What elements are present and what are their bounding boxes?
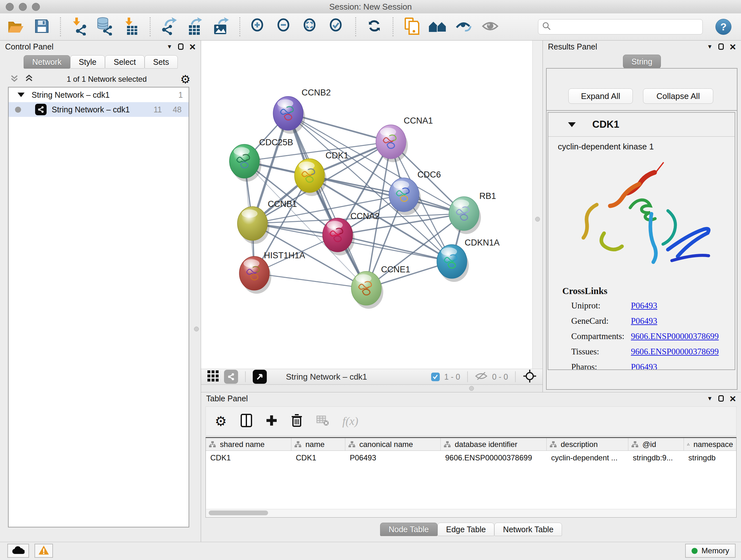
selected-checkbox-icon[interactable]: [431, 373, 440, 381]
tab-string[interactable]: String: [623, 55, 661, 69]
table-horizontal-scrollbar[interactable]: [206, 509, 736, 517]
right-splitter-handle[interactable]: [535, 217, 540, 222]
memory-button[interactable]: Memory: [685, 544, 736, 558]
open-session-button[interactable]: [6, 17, 25, 37]
column-header[interactable]: name: [291, 438, 345, 451]
network-node-CCNE1[interactable]: CCNE1: [351, 265, 410, 309]
table-cell[interactable]: cyclin-dependent ...: [547, 451, 628, 465]
table-cell[interactable]: P06493: [345, 451, 441, 465]
collection-expand-caret-icon[interactable]: [17, 92, 24, 97]
network-node-HIST1H1A[interactable]: HIST1H1A: [239, 251, 305, 294]
network-collection-row[interactable]: String Network – cdk1 1: [9, 87, 189, 102]
panel-float-icon[interactable]: [718, 395, 724, 401]
tab-sets[interactable]: Sets: [145, 55, 178, 69]
column-header[interactable]: @id: [628, 438, 684, 451]
table-cell[interactable]: stringdb: [684, 451, 736, 465]
crosslink-link[interactable]: 9606.ENSP00000378699: [631, 347, 719, 357]
expand-all-button[interactable]: Expand All: [568, 88, 633, 104]
import-table-icon: [125, 17, 138, 37]
show-details-button[interactable]: [481, 17, 499, 37]
refresh-view-button[interactable]: [365, 17, 384, 37]
panel-close-icon[interactable]: ×: [730, 395, 736, 402]
crosshair-icon[interactable]: [523, 369, 537, 384]
table-cell[interactable]: stringdb:9...: [628, 451, 684, 465]
network-edge[interactable]: [338, 235, 452, 261]
export-table-button[interactable]: [186, 17, 204, 37]
table-row[interactable]: CDK1 CDK1 P06493 9606.ENSP00000378699 cy…: [206, 451, 736, 465]
show-columns-icon[interactable]: [240, 414, 253, 429]
panel-float-icon[interactable]: [718, 44, 724, 50]
right-splitter[interactable]: [532, 41, 542, 369]
tab-select[interactable]: Select: [105, 55, 144, 69]
table-cell[interactable]: 9606.ENSP00000378699: [441, 451, 547, 465]
crosslink-link[interactable]: P06493: [631, 301, 657, 311]
gene-card-header[interactable]: CDK1: [548, 113, 735, 137]
grid-view-icon[interactable]: [207, 370, 219, 384]
crosslink-link[interactable]: P06493: [631, 362, 657, 370]
horizontal-splitter[interactable]: [201, 385, 542, 392]
horizontal-splitter-handle[interactable]: [469, 386, 474, 391]
zoom-selected-button[interactable]: [328, 17, 346, 37]
import-network-button[interactable]: [70, 17, 88, 37]
column-header[interactable]: shared name: [206, 438, 291, 451]
left-splitter-handle[interactable]: [194, 327, 199, 331]
import-network-from-database-button[interactable]: [96, 17, 115, 37]
network-row-selected[interactable]: String Network – cdk1 11 48: [9, 102, 189, 117]
network-options-gear-icon[interactable]: ⚙: [180, 73, 191, 86]
column-header[interactable]: description: [547, 438, 628, 451]
cloud-button[interactable]: [7, 544, 29, 558]
export-network-button[interactable]: [159, 17, 178, 37]
search-box[interactable]: [538, 19, 703, 35]
panel-close-icon[interactable]: ×: [189, 43, 196, 50]
panel-close-icon[interactable]: ×: [730, 43, 736, 50]
gene-collapse-caret-icon[interactable]: [568, 122, 576, 127]
import-table-button[interactable]: [122, 17, 141, 37]
tab-network[interactable]: Network: [23, 55, 70, 69]
export-image-button[interactable]: [212, 17, 230, 37]
table-cell[interactable]: CDK1: [206, 451, 291, 465]
collapse-all-button[interactable]: Collapse All: [643, 88, 713, 104]
network-node-CCNB2[interactable]: CCNB2: [273, 88, 331, 134]
collapse-all-chevron-icon[interactable]: [10, 74, 18, 84]
birdseye-view-icon[interactable]: [253, 370, 267, 384]
panel-float-icon[interactable]: [178, 44, 184, 50]
network-edge[interactable]: [288, 113, 366, 288]
network-node-CCNA1[interactable]: CCNA1: [376, 116, 433, 162]
table-options-gear-icon[interactable]: ⚙: [215, 414, 227, 429]
enhanced-graphics-button[interactable]: [455, 17, 473, 37]
network-node-CDKN1A[interactable]: CDKN1A: [437, 238, 500, 282]
string-home-button[interactable]: [428, 17, 447, 37]
search-input[interactable]: [554, 22, 698, 32]
tab-edge-table[interactable]: Edge Table: [437, 523, 495, 536]
zoom-out-button[interactable]: [275, 17, 294, 37]
crosslink-link[interactable]: 9606.ENSP00000378699: [631, 331, 719, 341]
scrollbar-thumb[interactable]: [209, 510, 268, 515]
warnings-button[interactable]: [35, 544, 53, 558]
help-button[interactable]: ?: [716, 19, 731, 35]
network-canvas[interactable]: CCNB2CCNA1CDC25BCDK1CDC6RB1CCNB1CCNA2CDK…: [201, 41, 532, 369]
panel-menu-icon[interactable]: ▼: [707, 44, 713, 50]
copy-documents-button[interactable]: [402, 17, 421, 37]
panel-menu-icon[interactable]: ▼: [166, 44, 172, 50]
tab-style[interactable]: Style: [70, 55, 105, 69]
tab-network-table[interactable]: Network Table: [494, 523, 562, 536]
add-column-icon[interactable]: [266, 415, 277, 428]
results-panel-title: Results Panel: [548, 42, 597, 51]
delete-column-trash-icon[interactable]: [291, 414, 303, 429]
column-header[interactable]: database identifier: [441, 438, 547, 451]
column-header[interactable]: namespace: [684, 438, 736, 451]
panel-menu-icon[interactable]: ▼: [707, 395, 713, 401]
hidden-eye-slash-icon[interactable]: [475, 371, 488, 382]
expand-all-chevron-icon[interactable]: [25, 74, 33, 84]
zoom-fit-button[interactable]: [301, 17, 320, 37]
network-graph[interactable]: CCNB2CCNA1CDC25BCDK1CDC6RB1CCNB1CCNA2CDK…: [201, 41, 532, 369]
column-header[interactable]: canonical name: [345, 438, 441, 451]
network-share-icon[interactable]: [224, 370, 238, 384]
zoom-in-button[interactable]: [249, 17, 268, 37]
tab-node-table[interactable]: Node Table: [380, 523, 437, 536]
network-node-CDC6[interactable]: CDC6: [389, 170, 441, 215]
table-cell[interactable]: CDK1: [291, 451, 345, 465]
network-node-RB1[interactable]: RB1: [449, 191, 496, 234]
crosslink-link[interactable]: P06493: [631, 316, 657, 326]
save-session-button[interactable]: [32, 17, 51, 37]
